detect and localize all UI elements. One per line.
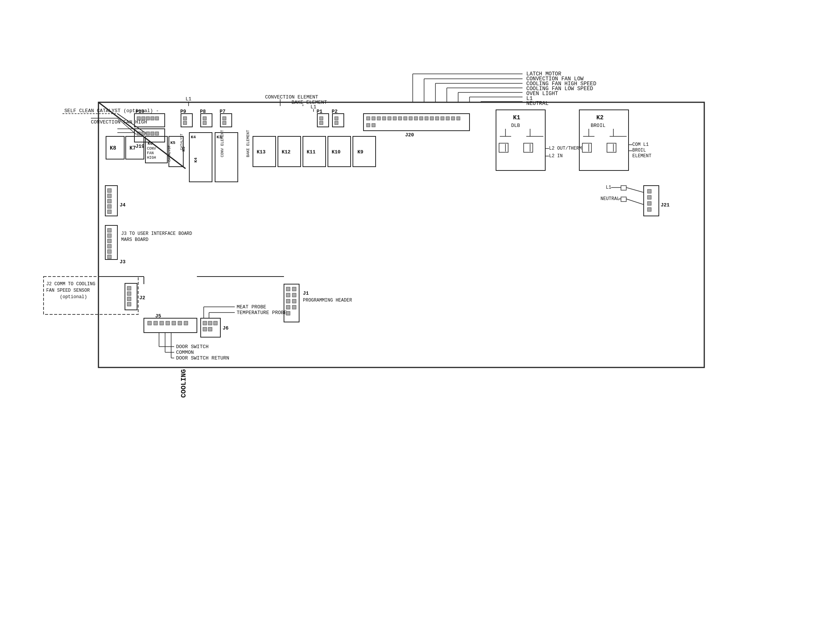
svg-rect-47 (320, 121, 323, 125)
label-door-switch-return: DOOR SWITCH RETURN (176, 355, 229, 361)
svg-rect-67 (446, 117, 449, 120)
svg-rect-117 (108, 188, 111, 192)
label-k5-sub: CATALYST (180, 134, 183, 150)
svg-rect-162 (286, 293, 290, 297)
svg-rect-60 (409, 117, 412, 120)
label-broil-element: BROIL (632, 148, 646, 153)
svg-rect-52 (367, 117, 370, 120)
label-neutral-top: NEUTRAL (526, 100, 548, 106)
svg-rect-140 (172, 321, 176, 325)
svg-rect-138 (160, 321, 164, 325)
svg-rect-56 (388, 117, 391, 120)
svg-rect-70 (367, 124, 370, 127)
label-j19: J19 (135, 143, 145, 149)
label-l2-out-therm: L2 OUT/THERM (549, 146, 582, 151)
svg-rect-49 (335, 117, 338, 120)
label-k13: K13 (257, 149, 266, 155)
svg-rect-28 (151, 117, 154, 120)
svg-rect-43 (223, 117, 226, 120)
label-j4: J4 (120, 202, 126, 208)
svg-rect-37 (183, 117, 187, 120)
label-p2: P2 (332, 109, 338, 114)
label-k11: K11 (307, 149, 316, 155)
label-j6: J6 (223, 325, 229, 331)
label-bake-element-top: BAKE ELEMENT (291, 100, 327, 105)
label-k10: K10 (332, 149, 341, 155)
label-l1-left: L1 (185, 96, 191, 102)
svg-rect-125 (108, 239, 111, 243)
label-j2-desc3: (optional) (60, 295, 87, 299)
svg-rect-53 (372, 117, 375, 120)
label-j5: J5 (155, 313, 161, 319)
svg-rect-124 (108, 234, 111, 238)
label-cooling: COOLING (180, 369, 187, 398)
label-k3-id: K3 (217, 135, 222, 139)
label-com-l1: COM L1 (632, 142, 649, 147)
svg-rect-163 (292, 293, 296, 297)
svg-rect-66 (441, 117, 444, 120)
svg-rect-46 (320, 117, 323, 120)
label-dlb: DLB (511, 123, 520, 129)
label-l1-right: L1 (606, 185, 611, 190)
label-k6-sub2: FAN (147, 151, 154, 155)
svg-rect-61 (414, 117, 418, 120)
label-k6-sub1: CONV (147, 147, 156, 151)
svg-rect-136 (148, 321, 151, 325)
svg-rect-59 (404, 117, 407, 120)
svg-rect-54 (377, 117, 381, 120)
svg-rect-164 (286, 299, 290, 303)
svg-rect-127 (108, 250, 111, 253)
svg-rect-50 (335, 121, 338, 125)
svg-rect-147 (203, 327, 207, 331)
svg-rect-58 (398, 117, 402, 120)
label-conv-element-top: CONVECTION ELEMENT (265, 94, 318, 100)
label-p7: P7 (220, 109, 226, 114)
svg-rect-71 (372, 124, 375, 127)
svg-rect-109 (648, 208, 651, 211)
svg-rect-65 (436, 117, 439, 120)
svg-rect-132 (127, 292, 131, 295)
svg-rect-26 (142, 117, 145, 120)
svg-rect-139 (166, 321, 170, 325)
svg-rect-57 (393, 117, 396, 120)
svg-rect-148 (208, 327, 212, 331)
svg-rect-145 (208, 321, 212, 325)
label-p8: P8 (200, 109, 206, 114)
svg-rect-62 (420, 117, 423, 120)
label-k7: K7 (130, 145, 136, 151)
svg-rect-55 (383, 117, 386, 120)
svg-rect-41 (203, 121, 206, 125)
label-p9: P9 (180, 109, 186, 114)
svg-rect-35 (155, 132, 159, 135)
svg-rect-142 (184, 321, 188, 325)
label-k1: K1 (513, 114, 520, 121)
svg-rect-38 (183, 121, 187, 125)
diagram-page: LATCH MOTOR CONVECTION FAN LOW COOLING F… (0, 0, 833, 644)
label-neutral-right: NEUTRAL (600, 196, 619, 201)
label-j3-desc1: J3 TO USER INTERFACE BOARD (121, 231, 192, 237)
svg-rect-121 (108, 210, 111, 214)
label-k8: K8 (110, 145, 116, 151)
label-bake-elem-k3: BAKE ELEMENT (246, 130, 250, 157)
svg-rect-123 (108, 229, 111, 232)
svg-rect-0 (0, 0, 833, 644)
label-k12: K12 (282, 149, 291, 155)
label-j2-desc1: J2 COMM TO COOLING (46, 282, 95, 287)
label-p10: P10 (135, 109, 145, 114)
svg-rect-34 (151, 132, 154, 135)
label-prog-header: PROGRAMMING HEADER (303, 298, 352, 303)
svg-rect-137 (154, 321, 158, 325)
svg-rect-128 (108, 255, 111, 259)
svg-rect-44 (223, 121, 226, 125)
svg-rect-160 (286, 287, 290, 291)
svg-rect-168 (286, 311, 290, 315)
svg-rect-29 (155, 117, 159, 120)
svg-rect-165 (292, 299, 296, 303)
label-k6-sub3: HIGH (147, 156, 156, 160)
svg-rect-166 (286, 305, 290, 309)
svg-rect-119 (108, 199, 111, 203)
svg-rect-120 (108, 204, 111, 208)
label-catalyst: CATALYST (168, 145, 172, 162)
wiring-diagram-svg: LATCH MOTOR CONVECTION FAN LOW COOLING F… (0, 0, 833, 644)
svg-rect-64 (430, 117, 434, 120)
